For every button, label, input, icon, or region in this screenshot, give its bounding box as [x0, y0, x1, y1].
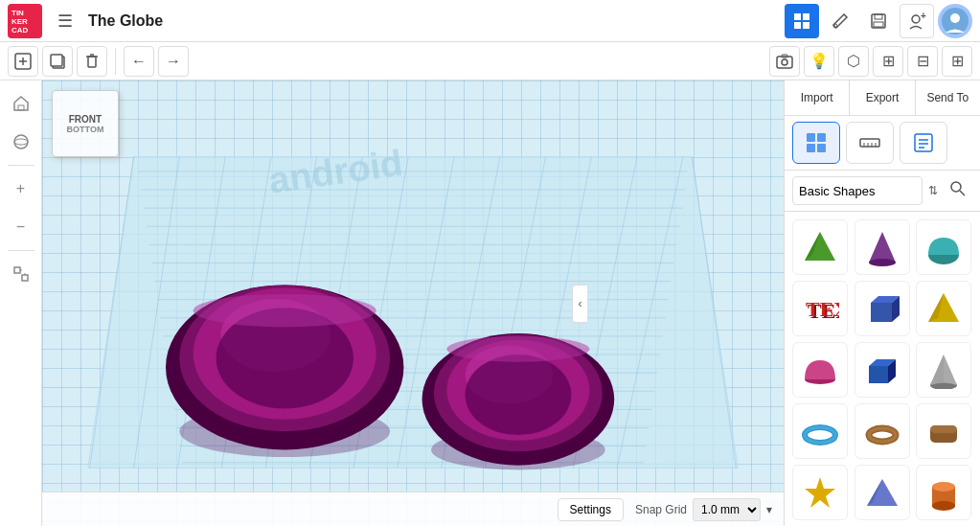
settings-button[interactable]: Settings: [558, 498, 624, 521]
home-view-button[interactable]: [6, 88, 36, 119]
svg-point-15: [950, 13, 960, 23]
camera-button[interactable]: [769, 46, 800, 77]
svg-rect-21: [88, 57, 96, 67]
export-button[interactable]: Export: [850, 80, 915, 115]
hamburger-menu-button[interactable]: ☰: [48, 4, 82, 38]
shape-item-text-red[interactable]: TEXT: [792, 281, 848, 336]
svg-rect-6: [794, 22, 801, 29]
left-sep-2: [8, 250, 34, 251]
svg-point-122: [932, 482, 955, 492]
svg-point-28: [14, 135, 28, 149]
svg-rect-85: [860, 139, 879, 147]
shape-item-cone-gray[interactable]: [916, 342, 971, 398]
grid-background: [42, 80, 784, 526]
redo-button[interactable]: →: [158, 46, 189, 77]
svg-rect-31: [22, 275, 28, 281]
svg-rect-82: [817, 133, 826, 142]
cube-front-label: FRONT: [69, 114, 102, 125]
svg-text:CAD: CAD: [11, 26, 29, 34]
measure-button[interactable]: ⊞: [942, 46, 972, 77]
shape-item-torus-blue[interactable]: [792, 403, 848, 459]
right-panel: Import Export Send To Basic Shapes Geome…: [784, 80, 980, 526]
shape-button[interactable]: ⬡: [838, 46, 869, 77]
svg-marker-98: [869, 232, 896, 263]
project-title: The Globe: [88, 12, 779, 30]
svg-text:+: +: [921, 11, 926, 21]
panel-top-buttons: Import Export Send To: [785, 80, 980, 116]
tools-button[interactable]: [823, 4, 857, 38]
svg-rect-30: [14, 267, 20, 273]
viewport-cube: FRONT BOTTOM: [52, 90, 119, 157]
svg-point-94: [951, 182, 961, 192]
snap-grid-select[interactable]: 1.0 mm 0.5 mm 2.0 mm 5.0 mm: [693, 498, 761, 521]
logo: TIN KER CAD: [8, 4, 42, 38]
fit-button[interactable]: [6, 259, 36, 289]
left-sep-1: [8, 165, 34, 166]
shapes-grid: TEXT: [785, 212, 980, 526]
grid-button[interactable]: ⊞: [873, 46, 903, 77]
svg-text:KER: KER: [11, 17, 28, 26]
svg-rect-90: [915, 134, 932, 151]
topbar: TIN KER CAD ☰ The Globe +: [0, 0, 980, 42]
svg-rect-11: [874, 22, 883, 27]
svg-point-25: [782, 59, 787, 65]
duplicate-button[interactable]: [42, 46, 73, 77]
shapes-category-select[interactable]: Basic Shapes Geometric Text & Numbers Co…: [792, 176, 923, 205]
toolbar2: ← → 💡 ⬡ ⊞ ⊟ ⊞: [0, 42, 980, 80]
shape-item-pyramid-yellow[interactable]: [916, 281, 971, 336]
shape-item-box-blue[interactable]: [855, 281, 910, 336]
bottom-bar: Settings Snap Grid 1.0 mm 0.5 mm 2.0 mm …: [42, 492, 784, 526]
align-button[interactable]: ⊟: [907, 46, 938, 77]
ruler-panel-button[interactable]: [846, 122, 894, 164]
search-shapes-button[interactable]: [944, 176, 972, 205]
delete-button[interactable]: [77, 46, 107, 77]
3d-view-button[interactable]: [785, 4, 819, 38]
shape-item-pyramid-green[interactable]: [792, 219, 848, 275]
new-shape-button[interactable]: [8, 46, 38, 77]
panel-collapse-button[interactable]: ‹: [572, 285, 587, 323]
svg-rect-5: [803, 13, 809, 20]
svg-rect-4: [794, 13, 801, 20]
shape-item-blue-box2[interactable]: [855, 342, 910, 398]
svg-point-123: [932, 501, 955, 511]
zoom-out-button[interactable]: −: [6, 212, 36, 242]
snap-grid-label: Snap Grid: [635, 503, 687, 516]
canvas-area[interactable]: FRONT BOTTOM: [42, 80, 784, 526]
svg-point-12: [912, 15, 920, 23]
send-to-button[interactable]: Send To: [916, 80, 980, 115]
svg-text:TIN: TIN: [11, 9, 24, 17]
select-arrow-icon: ⇅: [928, 184, 938, 197]
shape-item-extra-2[interactable]: [916, 465, 971, 520]
notes-panel-button[interactable]: [900, 122, 947, 164]
shapes-panel-button[interactable]: [792, 122, 840, 164]
light-button[interactable]: 💡: [804, 46, 834, 77]
shape-item-star[interactable]: [792, 465, 848, 520]
svg-rect-108: [869, 366, 888, 383]
svg-rect-83: [807, 144, 815, 152]
shape-item-half-sphere-pink[interactable]: [792, 342, 848, 398]
svg-point-99: [869, 259, 896, 266]
svg-rect-81: [807, 133, 815, 142]
shape-item-rounded-brown[interactable]: [916, 403, 971, 459]
orbit-button[interactable]: [6, 126, 36, 157]
add-user-button[interactable]: +: [900, 4, 934, 38]
zoom-in-button[interactable]: +: [6, 173, 36, 204]
snap-grid-row: Snap Grid 1.0 mm 0.5 mm 2.0 mm 5.0 mm ▾: [635, 498, 772, 521]
save-button[interactable]: [861, 4, 896, 38]
svg-rect-20: [51, 55, 62, 66]
svg-rect-84: [817, 144, 826, 152]
svg-marker-118: [805, 477, 835, 508]
left-sidebar: + −: [0, 80, 42, 526]
main-area: + − FRONT BOTTOM: [0, 80, 980, 526]
shape-item-cone-purple[interactable]: [855, 219, 910, 275]
import-button[interactable]: Import: [785, 80, 850, 115]
snap-dropdown-icon: ▾: [766, 503, 772, 516]
shape-item-extra-1[interactable]: [855, 465, 910, 520]
svg-rect-24: [777, 57, 792, 68]
undo-button[interactable]: ←: [124, 46, 154, 77]
shape-item-dome-teal[interactable]: [916, 219, 971, 275]
user-avatar-button[interactable]: [938, 4, 972, 38]
svg-rect-102: [871, 303, 892, 322]
svg-rect-7: [803, 22, 809, 29]
shape-item-torus-brown[interactable]: [855, 403, 910, 459]
